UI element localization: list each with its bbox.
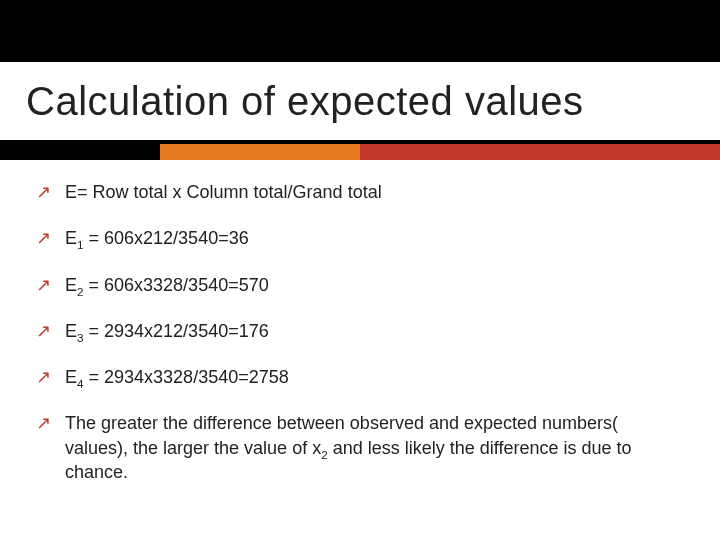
bullet-item: ↗ E1 = 606x212/3540=36 <box>36 226 684 250</box>
content-area: ↗ E= Row total x Column total/Grand tota… <box>0 160 720 484</box>
text-pre: E <box>65 321 77 341</box>
text-pre: E <box>65 228 77 248</box>
band-segment-black <box>0 144 160 160</box>
title-area: Calculation of expected values <box>0 62 720 140</box>
band-segment-red <box>360 144 720 160</box>
arrow-icon: ↗ <box>36 226 51 250</box>
band-segment-orange <box>160 144 360 160</box>
bullet-text: E4 = 2934x3328/3540=2758 <box>65 365 684 389</box>
bullet-item: ↗ E3 = 2934x212/3540=176 <box>36 319 684 343</box>
text-pre: E <box>65 275 77 295</box>
bullet-text: E= Row total x Column total/Grand total <box>65 180 684 204</box>
bullet-text: E2 = 606x3328/3540=570 <box>65 273 684 297</box>
arrow-icon: ↗ <box>36 411 51 435</box>
arrow-icon: ↗ <box>36 273 51 297</box>
slide-title: Calculation of expected values <box>26 79 584 124</box>
bullet-text: The greater the difference between obser… <box>65 411 684 484</box>
arrow-icon: ↗ <box>36 180 51 204</box>
text-pre: E <box>65 367 77 387</box>
text-post: = 606x3328/3540=570 <box>84 275 269 295</box>
bullet-text: E1 = 606x212/3540=36 <box>65 226 684 250</box>
bullet-item: ↗ The greater the difference between obs… <box>36 411 684 484</box>
text-post: = 2934x3328/3540=2758 <box>84 367 289 387</box>
bullet-item: ↗ E= Row total x Column total/Grand tota… <box>36 180 684 204</box>
text-post: = 2934x212/3540=176 <box>84 321 269 341</box>
text-post: = 606x212/3540=36 <box>84 228 249 248</box>
accent-color-band <box>0 144 720 160</box>
bullet-item: ↗ E4 = 2934x3328/3540=2758 <box>36 365 684 389</box>
bullet-text: E3 = 2934x212/3540=176 <box>65 319 684 343</box>
arrow-icon: ↗ <box>36 319 51 343</box>
top-dark-bar <box>0 0 720 62</box>
arrow-icon: ↗ <box>36 365 51 389</box>
bullet-item: ↗ E2 = 606x3328/3540=570 <box>36 273 684 297</box>
